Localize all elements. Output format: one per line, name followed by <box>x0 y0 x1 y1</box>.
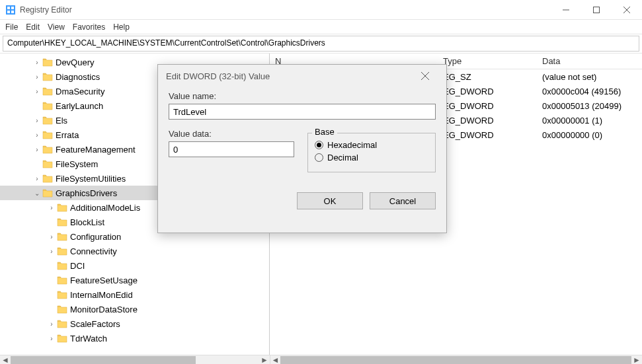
folder-icon <box>42 159 53 168</box>
chevron-right-icon[interactable]: › <box>48 204 56 211</box>
tree-item[interactable]: InternalMonEdid <box>0 287 269 302</box>
chevron-right-icon[interactable]: › <box>48 233 56 240</box>
folder-icon <box>42 188 53 198</box>
edit-dword-dialog: Edit DWORD (32-bit) Value Value name: Va… <box>157 64 447 233</box>
folder-icon <box>57 275 67 285</box>
tree-item-label: GraphicsDrivers <box>56 188 117 198</box>
chevron-right-icon[interactable]: › <box>33 175 41 182</box>
folder-icon <box>57 217 67 227</box>
value-data-input[interactable] <box>169 141 294 157</box>
scroll-left-icon[interactable]: ◄ <box>270 355 280 364</box>
menu-file[interactable]: File <box>5 22 18 32</box>
folder-icon <box>42 130 53 139</box>
tree-item-label: Configuration <box>70 232 121 242</box>
chevron-down-icon[interactable]: ⌄ <box>33 190 41 197</box>
tree-item-label: FeatureSetUsage <box>70 275 138 285</box>
folder-icon <box>57 246 67 256</box>
folder-icon <box>57 334 67 343</box>
col-header-data[interactable]: Data <box>537 56 642 66</box>
folder-icon <box>57 290 67 299</box>
cell-data: (value not set) <box>537 72 642 82</box>
chevron-right-icon[interactable]: › <box>33 88 41 95</box>
menu-help[interactable]: Help <box>113 22 130 32</box>
window-title: Registry Editor <box>20 5 72 15</box>
cell-data: 0x00000000 (0) <box>537 130 642 140</box>
svg-rect-4 <box>11 11 14 13</box>
cell-type: EG_DWORD <box>438 101 537 111</box>
tree-item-label: Connectivity <box>70 246 117 256</box>
cell-type: EG_DWORD <box>438 130 537 140</box>
base-legend: Base <box>312 127 337 137</box>
chevron-right-icon[interactable]: › <box>48 248 56 255</box>
cell-type: EG_DWORD <box>438 116 537 126</box>
chevron-right-icon[interactable]: › <box>33 117 41 124</box>
folder-icon <box>57 261 67 270</box>
radio-hexadecimal[interactable]: Hexadecimal <box>315 140 428 150</box>
window-controls <box>551 0 642 20</box>
folder-icon <box>42 116 53 125</box>
value-data-label: Value data: <box>169 129 294 139</box>
cell-data: 0x00000001 (1) <box>537 116 642 126</box>
dialog-titlebar[interactable]: Edit DWORD (32-bit) Value <box>158 65 446 87</box>
tree-item[interactable]: MonitorDataStore <box>0 302 269 316</box>
col-header-type[interactable]: Type <box>438 56 537 66</box>
tree-item[interactable]: FeatureSetUsage <box>0 273 269 287</box>
scroll-left-icon[interactable]: ◄ <box>0 355 11 364</box>
cancel-button[interactable]: Cancel <box>370 192 436 209</box>
folder-icon <box>57 305 67 314</box>
tree-item-label: FileSystemUtilities <box>56 174 126 184</box>
dialog-close-button[interactable] <box>412 65 438 87</box>
chevron-right-icon[interactable]: › <box>33 146 41 153</box>
regedit-icon <box>5 5 16 15</box>
radio-checked-icon <box>315 141 323 149</box>
dialog-title: Edit DWORD (32-bit) Value <box>166 71 270 81</box>
svg-rect-2 <box>11 7 14 9</box>
folder-icon <box>42 145 53 154</box>
tree-item-label: TdrWatch <box>70 334 107 344</box>
folder-icon <box>42 87 53 96</box>
chevron-right-icon[interactable]: › <box>48 335 56 342</box>
minimize-button[interactable] <box>551 0 581 20</box>
menu-view[interactable]: View <box>48 22 65 32</box>
tree-item-label: MonitorDataStore <box>70 305 138 314</box>
horizontal-scrollbar[interactable]: ◄ ► ◄ ► <box>0 355 642 364</box>
close-button[interactable] <box>612 0 642 20</box>
folder-icon <box>42 72 53 81</box>
titlebar: Registry Editor <box>0 0 642 20</box>
tree-item[interactable]: ›Connectivity <box>0 244 269 258</box>
tree-item-label: BlockList <box>70 217 104 227</box>
tree-item[interactable]: ›TdrWatch <box>0 331 269 346</box>
folder-icon <box>57 319 67 328</box>
radio-decimal[interactable]: Decimal <box>315 153 428 163</box>
folder-icon <box>42 101 53 110</box>
base-fieldset: Base Hexadecimal Decimal <box>307 133 436 172</box>
chevron-right-icon[interactable]: › <box>33 59 41 66</box>
tree-item-label: FeatureManagement <box>56 145 136 155</box>
tree-item-label: FileSystem <box>56 159 98 169</box>
menubar: File Edit View Favorites Help <box>0 20 642 34</box>
chevron-right-icon[interactable]: › <box>48 320 56 328</box>
tree-item-label: EarlyLaunch <box>56 101 103 111</box>
scroll-right-icon[interactable]: ► <box>631 355 642 364</box>
svg-rect-3 <box>7 11 10 13</box>
tree-item-label: Els <box>56 116 67 126</box>
value-name-input[interactable] <box>169 104 436 120</box>
tree-item-label: ScaleFactors <box>70 319 120 329</box>
address-bar[interactable]: Computer\HKEY_LOCAL_MACHINE\SYSTEM\Curre… <box>3 36 639 52</box>
menu-edit[interactable]: Edit <box>26 22 40 32</box>
tree-item[interactable]: DCI <box>0 258 269 273</box>
tree-item-label: Diagnostics <box>56 72 100 82</box>
tree-item-label: InternalMonEdid <box>70 290 133 300</box>
chevron-right-icon[interactable]: › <box>33 73 41 81</box>
ok-button[interactable]: OK <box>297 192 363 209</box>
tree-item-label: DCI <box>70 261 85 271</box>
chevron-right-icon[interactable]: › <box>33 131 41 139</box>
folder-icon <box>42 174 53 183</box>
scroll-right-icon[interactable]: ► <box>259 355 270 364</box>
maximize-button[interactable] <box>581 0 612 20</box>
tree-item[interactable]: ›ScaleFactors <box>0 316 269 331</box>
svg-rect-1 <box>7 7 10 9</box>
menu-favorites[interactable]: Favorites <box>73 22 105 32</box>
folder-icon <box>42 57 53 67</box>
folder-icon <box>57 232 67 241</box>
